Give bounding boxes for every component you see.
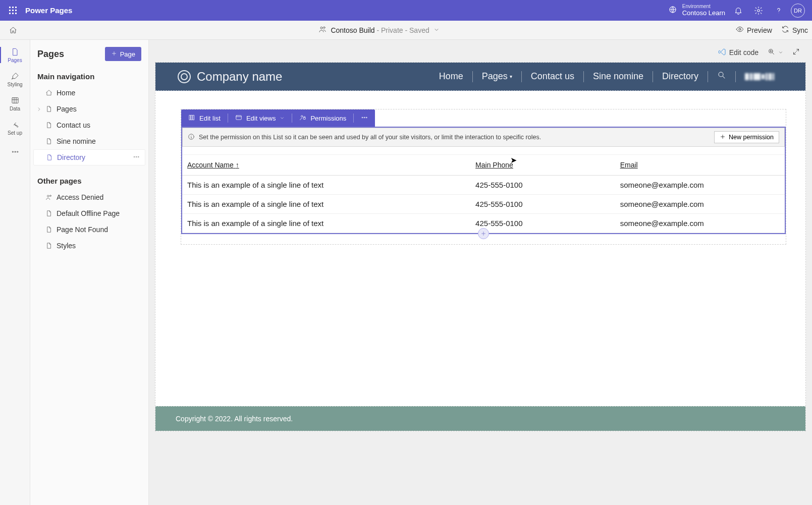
- fullscreen-button[interactable]: [792, 48, 800, 57]
- edit-views-button[interactable]: Edit views: [228, 109, 292, 127]
- site-nav-link-home[interactable]: Home: [430, 71, 472, 82]
- nav-item-home[interactable]: Home: [33, 85, 145, 101]
- svg-rect-17: [189, 115, 190, 120]
- user-avatar[interactable]: DR: [791, 4, 805, 18]
- table-row[interactable]: This is an example of a single line of t…: [182, 176, 785, 195]
- permissions-button[interactable]: Permissions: [292, 109, 353, 127]
- sync-button[interactable]: Sync: [781, 25, 808, 35]
- home-button[interactable]: [4, 21, 22, 39]
- nav-item-label: Contact us: [57, 121, 90, 129]
- edit-code-button[interactable]: Edit code: [718, 48, 759, 58]
- svg-rect-22: [304, 118, 306, 120]
- nav-item-access-denied[interactable]: Access Denied: [33, 189, 145, 205]
- table-row[interactable]: This is an example of a single line of t…: [182, 195, 785, 214]
- eye-icon: [736, 25, 744, 35]
- search-icon: [717, 71, 726, 82]
- nav-item-default-offline-page[interactable]: Default Offline Page: [33, 205, 145, 221]
- svg-point-9: [17, 151, 18, 152]
- chevron-down-icon: [280, 115, 285, 122]
- rail-data[interactable]: Data: [0, 91, 30, 116]
- site-nav-link-contact-us[interactable]: Contact us: [522, 71, 583, 82]
- column-header[interactable]: Email: [616, 155, 785, 176]
- nav-item-label: Styles: [57, 242, 76, 250]
- grid-icon: [11, 96, 20, 105]
- nav-item-sine-nomine[interactable]: Sine nomine: [33, 133, 145, 149]
- environment-picker[interactable]: Environment Contoso Learn: [668, 4, 725, 17]
- page-icon: [11, 47, 20, 57]
- new-permission-label: New permission: [729, 134, 774, 141]
- site-nav-link-sine-nomine[interactable]: Sine nomine: [584, 71, 653, 82]
- cell-main-phone: 425-555-0100: [471, 195, 616, 214]
- people-icon: [318, 25, 327, 35]
- cell-account-name: This is an example of a single line of t…: [182, 195, 471, 214]
- site-nav-link-pages[interactable]: Pages▾: [473, 71, 521, 82]
- svg-point-16: [719, 72, 723, 77]
- command-bar: Contoso Build - Private - Saved Preview …: [0, 21, 812, 40]
- notifications-button[interactable]: [728, 1, 748, 21]
- nav-item-label: Directory: [57, 153, 85, 161]
- plus-icon: [111, 50, 117, 58]
- zoom-button[interactable]: [768, 48, 783, 57]
- column-header-label: Account Name: [187, 161, 234, 169]
- cell-main-phone: 425-555-0100: [471, 176, 616, 195]
- nav-item-pages[interactable]: Pages: [33, 101, 145, 117]
- nav-item-contact-us[interactable]: Contact us: [33, 117, 145, 133]
- sort-asc-icon: ↑: [236, 161, 239, 169]
- site-logo[interactable]: [178, 70, 191, 83]
- nav-item-page-not-found[interactable]: Page Not Found: [33, 221, 145, 238]
- svg-point-24: [364, 117, 365, 118]
- site-search-button[interactable]: [708, 71, 735, 82]
- suite-title: Power Pages: [25, 6, 72, 15]
- svg-rect-20: [236, 115, 242, 119]
- site-name: Contoso Build: [331, 26, 374, 34]
- edit-list-button[interactable]: Edit list: [181, 109, 228, 127]
- nav-item-directory[interactable]: Directory: [33, 149, 145, 165]
- help-button[interactable]: [769, 1, 789, 21]
- site-account-widget[interactable]: [736, 73, 783, 80]
- column-header[interactable]: Account Name ↑: [182, 155, 471, 176]
- more-icon: [11, 147, 20, 156]
- list-region: Edit list Edit views Permissions: [181, 109, 786, 245]
- rail-pages[interactable]: Pages: [0, 43, 30, 67]
- preview-button[interactable]: Preview: [736, 25, 772, 35]
- site-nav-link-label: Home: [439, 71, 463, 82]
- nav-item-label: Access Denied: [57, 193, 103, 201]
- site-nav-link-directory[interactable]: Directory: [653, 71, 708, 82]
- waffle-icon: [9, 7, 17, 15]
- site-nav-link-label: Contact us: [531, 71, 574, 82]
- permissions-label: Permissions: [310, 115, 346, 122]
- sync-icon: [781, 25, 789, 35]
- more-icon: [361, 114, 368, 123]
- svg-point-7: [12, 151, 13, 152]
- pages-panel-title: Pages: [37, 49, 64, 60]
- cell-email: someone@example.com: [616, 176, 785, 195]
- rail-setup[interactable]: Set up: [0, 116, 30, 140]
- doc-icon: [45, 138, 52, 145]
- rail-more[interactable]: [0, 140, 30, 164]
- svg-rect-6: [12, 97, 18, 103]
- site-nav-link-label: Sine nomine: [593, 71, 643, 82]
- add-row-button[interactable]: [478, 228, 489, 239]
- edit-list-label: Edit list: [199, 115, 221, 122]
- svg-point-4: [323, 27, 325, 28]
- cell-account-name: This is an example of a single line of t…: [182, 214, 471, 233]
- new-permission-button[interactable]: New permission: [714, 131, 779, 143]
- nav-item-label: Sine nomine: [57, 137, 96, 145]
- home-icon: [45, 89, 52, 96]
- list-toolbar-more[interactable]: [354, 109, 375, 127]
- site-context[interactable]: Contoso Build - Private - Saved: [22, 25, 736, 35]
- rail-styling[interactable]: Styling: [0, 67, 30, 91]
- site-nav: Company name HomePages▾Contact usSine no…: [155, 63, 805, 91]
- chevron-down-icon: [434, 26, 440, 34]
- more-icon[interactable]: [133, 153, 140, 162]
- chevron-down-icon: [778, 48, 783, 57]
- column-header[interactable]: Main Phone: [471, 155, 616, 176]
- settings-button[interactable]: [748, 1, 769, 21]
- design-canvas[interactable]: Company name HomePages▾Contact usSine no…: [155, 62, 806, 431]
- list-component[interactable]: Set the permission on this List so it ca…: [181, 127, 786, 234]
- nav-item-styles[interactable]: Styles: [33, 238, 145, 254]
- add-page-button[interactable]: Page: [105, 47, 141, 61]
- expand-icon: [792, 48, 800, 57]
- site-company-name[interactable]: Company name: [197, 70, 282, 84]
- app-launcher-button[interactable]: [3, 1, 23, 21]
